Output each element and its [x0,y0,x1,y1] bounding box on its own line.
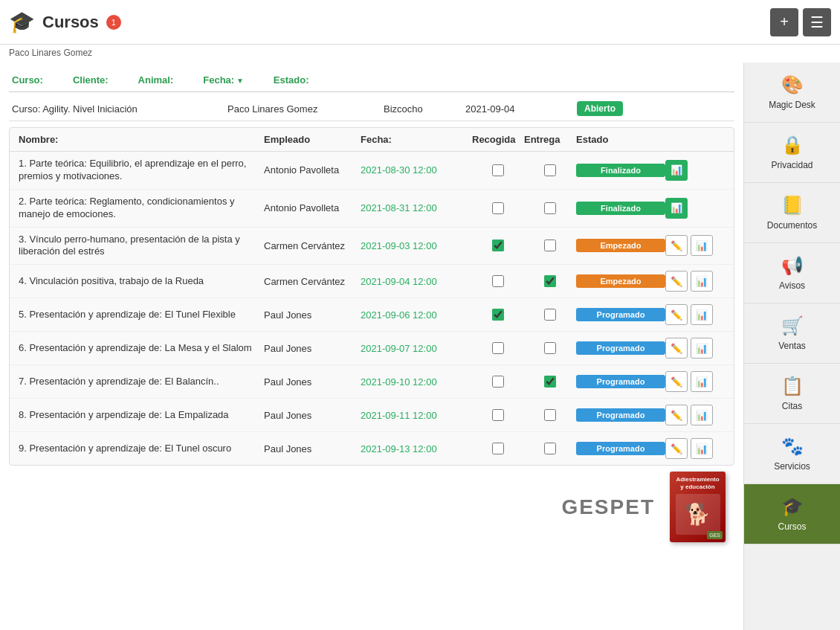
col-entrega: Entrega [524,134,576,145]
add-button[interactable]: + [770,8,798,36]
sidebar-label-documentos: Documentos [767,220,817,231]
session-row-3: 3. Vínculo perro-humano, presentación de… [10,228,734,266]
footer-area: GESPET Adiestramientoy educación 🐕 GES [9,466,734,548]
session-row-4: 4. Vinculación positiva, trabajo de la R… [10,265,734,298]
recogida-check-8[interactable] [492,409,504,421]
entrega-check-6[interactable] [544,342,556,354]
session-name-2: 2. Parte teórica: Reglamento, condiciona… [19,196,264,221]
chart-btn-8[interactable]: 📊 [691,405,713,425]
session-estado-3: Empezado [576,239,665,252]
edit-btn-5[interactable]: ✏️ [665,304,688,325]
entrega-check-9[interactable] [544,443,556,454]
entrega-check-2[interactable] [544,202,556,214]
session-estado-1: Finalizado [576,164,665,177]
sidebar-item-servicios[interactable]: 🐾Servicios [744,424,840,484]
session-fecha-6: 2021-09-07 12:00 [361,343,472,354]
session-entrega-cell-6 [524,342,576,354]
sidebar-item-cursos[interactable]: 🎓Cursos [744,484,840,544]
col-empleado: Empleado [264,134,361,145]
session-row-7: 7. Presentación y aprendizaje de: El Bal… [10,365,734,399]
chart-btn-3[interactable]: 📊 [691,235,713,256]
course-info-row: Curso: Agility. Nivel Iniciación Paco Li… [9,97,734,121]
sidebar-item-avisos[interactable]: 📢Avisos [744,243,840,303]
session-fecha-2: 2021-08-31 12:00 [361,202,472,213]
recogida-check-1[interactable] [492,164,504,176]
entrega-check-8[interactable] [544,409,556,421]
header-actions: + ☰ [770,8,831,36]
book-cover: Adiestramientoy educación 🐕 GES [670,472,726,542]
session-recogida-cell-8 [472,409,524,421]
sidebar-label-avisos: Avisos [779,280,805,291]
courses-icon: 🎓 [9,10,35,34]
sidebar-label-cursos: Cursos [778,521,806,532]
chart-btn-6[interactable]: 📊 [691,338,713,359]
entrega-check-7[interactable] [544,376,556,388]
edit-btn-7[interactable]: ✏️ [665,371,688,392]
chart-btn-9[interactable]: 📊 [691,438,713,459]
chart-btn-4[interactable]: 📊 [691,271,713,292]
session-recogida-cell-7 [472,376,524,388]
session-entrega-cell-7 [524,376,576,388]
edit-btn-6[interactable]: ✏️ [665,338,688,359]
book-title: Adiestramientoy educación [676,476,719,490]
edit-btn-8[interactable]: ✏️ [665,405,688,425]
entrega-check-1[interactable] [544,164,556,176]
sidebar-item-documentos[interactable]: 📒Documentos [744,183,840,243]
session-entrega-cell-9 [524,443,576,454]
session-recogida-cell-9 [472,443,524,454]
session-actions-7: ✏️📊 [665,371,725,392]
recogida-check-4[interactable] [492,275,504,287]
sidebar-item-magic-desk[interactable]: 🎨Magic Desk [744,62,840,123]
col-recogida: Recogida [472,134,524,145]
session-row-8: 8. Presentación y arpendizaje de: La Emp… [10,399,734,432]
session-recogida-cell-4 [472,275,524,287]
edit-btn-4[interactable]: ✏️ [665,271,688,292]
edit-btn-9[interactable]: ✏️ [665,438,688,459]
session-empleado-6: Paul Jones [264,343,361,354]
session-fecha-3: 2021-09-03 12:00 [361,240,472,251]
session-actions-1: 📊 [665,160,725,181]
session-entrega-cell-4 [524,275,576,287]
filter-animal[interactable]: Animal: [138,74,174,86]
avisos-icon: 📢 [781,255,804,276]
session-actions-2: 📊 [665,198,725,219]
recogida-check-2[interactable] [492,202,504,214]
filter-estado[interactable]: Estado: [274,74,309,86]
sidebar-item-citas[interactable]: 📋Citas [744,364,840,424]
entrega-check-4[interactable] [544,275,556,287]
session-row-6: 6. Presentación y aprendizaje de: La Mes… [10,332,734,365]
sidebar-item-ventas[interactable]: 🛒Ventas [744,303,840,364]
sidebar-item-privacidad[interactable]: 🔒Privacidad [744,123,840,183]
chart-btn-5[interactable]: 📊 [691,304,713,325]
recogida-check-7[interactable] [492,376,504,388]
session-name-8: 8. Presentación y arpendizaje de: La Emp… [19,409,264,422]
edit-btn-3[interactable]: ✏️ [665,235,688,256]
session-estado-6: Programado [576,341,665,355]
chart-btn-1[interactable]: 📊 [665,160,688,181]
session-recogida-cell-5 [472,309,524,321]
recogida-check-9[interactable] [492,443,504,454]
servicios-icon: 🐾 [781,436,804,457]
menu-button[interactable]: ☰ [803,8,831,36]
entrega-check-5[interactable] [544,309,556,321]
page-title: Cursos [42,13,99,32]
notification-badge: 1 [106,15,121,30]
session-row-2: 2. Parte teórica: Reglamento, condiciona… [10,190,734,228]
session-empleado-5: Paul Jones [264,309,361,321]
recogida-check-3[interactable] [492,240,504,251]
session-fecha-1: 2021-08-30 12:00 [361,164,472,176]
cursos-icon: 🎓 [781,496,804,517]
chart-btn-7[interactable]: 📊 [691,371,713,392]
recogida-check-6[interactable] [492,342,504,354]
session-recogida-cell-1 [472,164,524,176]
session-empleado-4: Carmen Cervántez [264,276,361,287]
sessions-body: 1. Parte teórica: Equilibrio, el aprendi… [10,152,734,465]
chart-btn-2[interactable]: 📊 [665,198,688,219]
gespet-logo: GESPET [561,495,655,519]
entrega-check-3[interactable] [544,240,556,251]
filter-cliente[interactable]: Cliente: [73,74,109,86]
filter-curso[interactable]: Curso: [12,74,43,86]
session-entrega-cell-3 [524,240,576,251]
filter-fecha[interactable]: Fecha: [203,74,244,86]
recogida-check-5[interactable] [492,309,504,321]
